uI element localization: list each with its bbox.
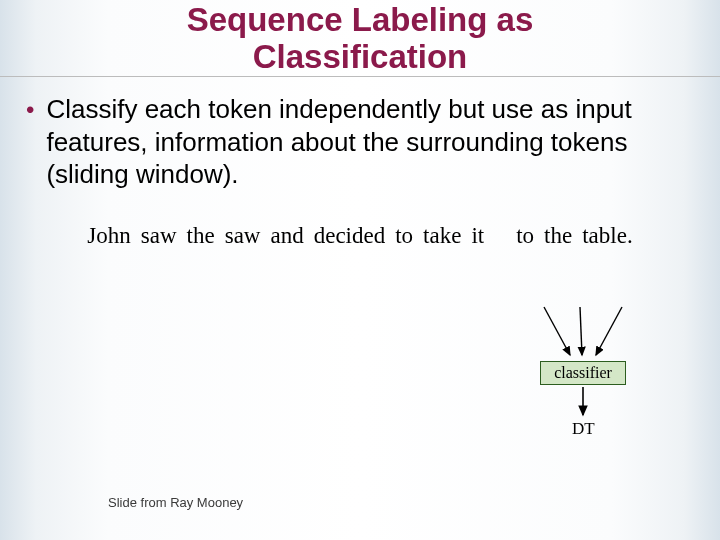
token: take	[423, 223, 461, 249]
token: John	[87, 223, 130, 249]
token: decided	[314, 223, 386, 249]
bullet-text: Classify each token independently but us…	[46, 93, 694, 191]
token: table.	[582, 223, 632, 249]
classifier-diagram: classifier DT	[0, 295, 720, 495]
token: the	[187, 223, 215, 249]
arrows-svg	[0, 295, 720, 495]
token: saw	[141, 223, 177, 249]
classifier-box: classifier	[540, 361, 626, 385]
slide-body: • Classify each token independently but …	[0, 77, 720, 540]
bullet-item: • Classify each token independently but …	[26, 93, 694, 191]
token: it	[471, 223, 484, 249]
title-line-1: Sequence Labeling as	[187, 1, 534, 38]
svg-line-1	[580, 307, 582, 355]
classifier-label: classifier	[554, 364, 612, 382]
token: to	[516, 223, 534, 249]
svg-line-2	[596, 307, 622, 355]
title-line-2: Classification	[253, 38, 468, 75]
token: and	[270, 223, 303, 249]
svg-line-0	[544, 307, 570, 355]
slide-credit: Slide from Ray Mooney	[108, 495, 243, 510]
bullet-marker: •	[26, 93, 34, 125]
slide: Sequence Labeling as Classification • Cl…	[0, 0, 720, 540]
example-sentence: John saw the saw and decided to take it …	[26, 223, 694, 249]
classifier-output: DT	[572, 419, 595, 439]
token: saw	[225, 223, 261, 249]
token: to	[395, 223, 413, 249]
slide-title: Sequence Labeling as Classification	[0, 0, 720, 77]
token: the	[544, 223, 572, 249]
